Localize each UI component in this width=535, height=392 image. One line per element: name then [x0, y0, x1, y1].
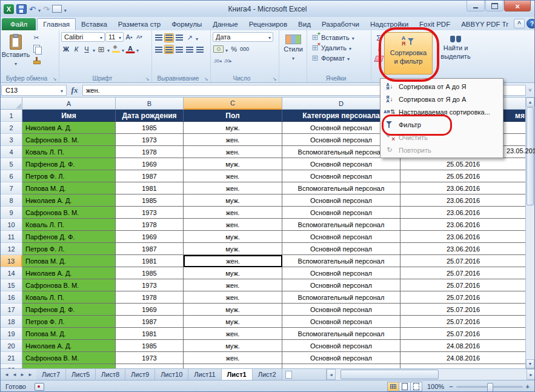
cell-date[interactable]: 23.06.2016 — [400, 243, 527, 255]
row-header[interactable]: 18 — [1, 316, 22, 328]
chevron-down-icon[interactable] — [196, 32, 198, 43]
close-button[interactable] — [504, 1, 531, 12]
macro-record-icon[interactable] — [35, 383, 44, 391]
cell-birthdate[interactable]: 1981 — [116, 255, 184, 267]
font-name-select[interactable]: Calibri — [61, 32, 105, 42]
chevron-down-icon[interactable] — [122, 44, 124, 55]
format-cells-button[interactable]: Формат — [309, 53, 370, 63]
cell-gender[interactable]: жен. — [184, 207, 282, 219]
cell-birthdate[interactable]: 1973 — [116, 352, 184, 364]
horizontal-scroll-thumb[interactable] — [341, 370, 439, 379]
cell-gender[interactable]: муж. — [184, 158, 282, 170]
qat-dropdown-icon[interactable] — [64, 4, 67, 15]
cell-gender[interactable]: жен. — [184, 134, 282, 146]
decrease-decimal-button[interactable] — [223, 56, 233, 65]
cell-gender[interactable]: жен. — [184, 182, 282, 194]
cell-date[interactable]: 23.06.2016 — [400, 194, 527, 207]
cell-birthdate[interactable]: 1987 — [116, 243, 184, 255]
cell-date[interactable]: 23.06.2016 — [400, 231, 527, 243]
column-header-C[interactable]: C — [184, 98, 282, 110]
menu-item-sort-za[interactable]: Сортировка от Я до А — [381, 93, 502, 105]
undo-icon[interactable] — [29, 4, 36, 15]
zoom-level-label[interactable]: 100% — [427, 383, 444, 390]
dialog-launcher-icon[interactable] — [144, 76, 150, 82]
horizontal-scroll-track[interactable] — [336, 369, 527, 380]
number-format-select[interactable]: Дата — [213, 32, 273, 42]
row-header[interactable]: 3 — [1, 134, 22, 146]
grow-font-button[interactable] — [124, 33, 134, 42]
underline-button[interactable]: Ч — [82, 45, 91, 54]
cell-gender[interactable]: жен. — [184, 279, 282, 291]
cell-date[interactable]: 23.06.2016 — [400, 219, 527, 231]
tab-Разработчи[interactable]: Разработчи — [316, 18, 365, 30]
menu-item-filter[interactable]: Фильтр — [381, 118, 502, 131]
orientation-button[interactable] — [185, 33, 194, 42]
header-cell-gender[interactable]: Пол — [184, 110, 282, 122]
cell-birthdate[interactable]: 1985 — [116, 122, 184, 134]
cell-date[interactable]: 25.07.2016 — [400, 255, 527, 267]
cell-category[interactable]: Вспомогательный персонал — [282, 328, 400, 340]
fill-color-button[interactable] — [111, 45, 121, 54]
sort-filter-button[interactable]: Сортировка и фильтр — [384, 32, 433, 75]
cell-name[interactable]: Сафронова В. М. — [22, 279, 116, 291]
page-layout-view-button[interactable] — [399, 382, 411, 391]
cell-birthdate[interactable]: 1985 — [116, 194, 184, 207]
tab-Рецензиров[interactable]: Рецензиров — [244, 18, 293, 30]
cell-gender[interactable]: жен. — [184, 219, 282, 231]
percent-button[interactable]: % — [229, 45, 239, 54]
font-color-button[interactable]: А — [125, 45, 135, 53]
maximize-button[interactable] — [485, 1, 503, 12]
cell-gender[interactable]: жен. — [184, 146, 282, 158]
cell-name[interactable]: Николаев А. Д. — [22, 267, 116, 279]
cell-gender[interactable]: жен. — [184, 352, 282, 364]
cell[interactable] — [282, 364, 400, 368]
cell[interactable] — [116, 364, 184, 368]
scroll-down-icon[interactable] — [526, 359, 534, 368]
row-header[interactable]: 21 — [1, 352, 22, 364]
cell-name[interactable]: Петров Ф. Л. — [22, 170, 116, 182]
cell-date[interactable]: 25.05.2016 — [400, 158, 527, 170]
cell-name[interactable]: Сафронова В. М. — [22, 134, 116, 146]
row-header[interactable]: 20 — [1, 340, 22, 352]
tab-Вставка[interactable]: Вставка — [76, 18, 113, 30]
font-size-select[interactable]: 11 — [105, 32, 124, 42]
increase-decimal-button[interactable] — [213, 56, 222, 65]
sheet-tab-Лист2[interactable]: Лист2 — [253, 369, 282, 380]
cell-birthdate[interactable]: 1985 — [116, 267, 184, 279]
row-header[interactable]: 17 — [1, 304, 22, 316]
header-cell-name[interactable]: Имя — [22, 110, 116, 122]
cell-category[interactable]: Вспомогательный персонал — [282, 255, 400, 267]
cell-birthdate[interactable]: 1969 — [116, 231, 184, 243]
cell[interactable] — [184, 364, 282, 368]
cell-category[interactable]: Основной персонал — [282, 279, 400, 291]
sheet-tab-Лист11[interactable]: Лист11 — [188, 369, 221, 380]
cell-date[interactable]: 25.07.2016 — [400, 316, 527, 328]
accounting-format-button[interactable] — [213, 45, 224, 54]
wrap-text-button[interactable] — [195, 45, 205, 54]
cell-gender[interactable]: муж. — [184, 267, 282, 279]
row-header[interactable]: 22 — [1, 364, 22, 368]
next-sheet-icon[interactable] — [19, 372, 26, 377]
align-top-button[interactable] — [154, 33, 164, 42]
cell-name[interactable]: Попова М. Д. — [22, 182, 116, 194]
sheet-tab-Лист5[interactable]: Лист5 — [66, 369, 96, 380]
cell-birthdate[interactable]: 1973 — [116, 279, 184, 291]
scroll-up-icon[interactable] — [526, 98, 534, 107]
cell-category[interactable]: Основной персонал — [282, 170, 400, 182]
cell-name[interactable]: Николаев А. Д. — [22, 194, 116, 207]
cell-name[interactable]: Коваль Л. П. — [22, 291, 116, 304]
cell-category[interactable]: Основной персонал — [282, 207, 400, 219]
row-header[interactable]: 8 — [1, 194, 22, 207]
cell-birthdate[interactable]: 1973 — [116, 207, 184, 219]
cell-birthdate[interactable]: 1978 — [116, 291, 184, 304]
cell-name[interactable]: Сафронова В. М. — [22, 352, 116, 364]
dialog-launcher-icon[interactable] — [203, 76, 209, 82]
dialog-launcher-icon[interactable] — [52, 76, 58, 82]
row-header[interactable]: 12 — [1, 243, 22, 255]
select-all-corner[interactable] — [1, 98, 22, 110]
prev-sheet-icon[interactable] — [11, 372, 18, 377]
cell-date[interactable]: 24.08.2016 — [400, 352, 527, 364]
active-cell[interactable]: жен. — [184, 255, 282, 267]
column-header-B[interactable]: B — [116, 98, 184, 110]
cell-gender[interactable]: муж. — [184, 316, 282, 328]
